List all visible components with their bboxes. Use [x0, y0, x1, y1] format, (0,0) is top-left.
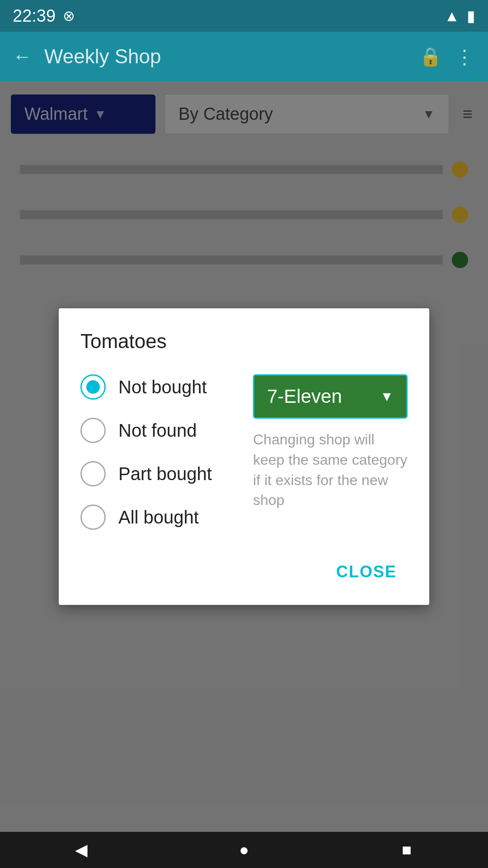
shop-selector-panel: 7-Eleven ▼ Changing shop will keep the s… [253, 374, 408, 530]
status-time: 22:39 [13, 6, 56, 26]
back-button[interactable]: ← [13, 46, 32, 67]
dialog-actions: CLOSE [80, 555, 408, 589]
status-right: ▲ ▮ [444, 7, 475, 25]
nav-home-button[interactable]: ● [226, 832, 262, 868]
option-part-bought-label: Part bought [118, 464, 212, 484]
page-title: Weekly Shop [44, 45, 407, 68]
dialog-title: Tomatoes [80, 330, 408, 353]
status-bar: 22:39 ⊗ ▲ ▮ [0, 0, 488, 32]
close-button[interactable]: CLOSE [325, 555, 408, 589]
navigation-bar: ◀ ● ■ [0, 832, 488, 868]
shop-dropdown[interactable]: 7-Eleven ▼ [253, 374, 408, 419]
nav-recent-button[interactable]: ■ [389, 832, 425, 868]
lock-icon[interactable]: 🔒 [419, 46, 442, 67]
background-content: Walmart ▼ By Category ▼ ≡ Tomatoes [0, 81, 488, 832]
option-not-bought[interactable]: Not bought [80, 374, 235, 400]
battery-icon: ▮ [467, 7, 475, 25]
dialog-body: Not bought Not found Part bought All bou… [80, 374, 408, 530]
option-part-bought[interactable]: Part bought [80, 461, 235, 486]
radio-selected-indicator [86, 380, 100, 394]
option-not-found[interactable]: Not found [80, 418, 235, 443]
radio-not-found[interactable] [80, 418, 106, 443]
option-not-found-label: Not found [118, 420, 197, 441]
status-options: Not bought Not found Part bought All bou… [80, 374, 235, 530]
nav-back-button[interactable]: ◀ [63, 832, 99, 868]
option-not-bought-label: Not bought [118, 377, 207, 397]
status-left: 22:39 ⊗ [13, 6, 75, 26]
item-status-dialog: Tomatoes Not bought Not found [59, 308, 429, 605]
notification-icon: ⊗ [63, 7, 75, 24]
radio-all-bought[interactable] [80, 505, 106, 530]
shop-dropdown-label: 7-Eleven [267, 386, 374, 407]
radio-part-bought[interactable] [80, 461, 106, 486]
modal-overlay: Tomatoes Not bought Not found [0, 81, 488, 832]
option-all-bought[interactable]: All bought [80, 505, 235, 530]
radio-not-bought[interactable] [80, 374, 106, 400]
toolbar: ← Weekly Shop 🔒 ⋮ [0, 32, 488, 81]
shop-hint-text: Changing shop will keep the same categor… [253, 429, 408, 510]
more-options-button[interactable]: ⋮ [455, 45, 475, 68]
option-all-bought-label: All bought [118, 507, 199, 528]
signal-icon: ▲ [444, 7, 460, 25]
shop-dropdown-arrow: ▼ [380, 389, 394, 404]
